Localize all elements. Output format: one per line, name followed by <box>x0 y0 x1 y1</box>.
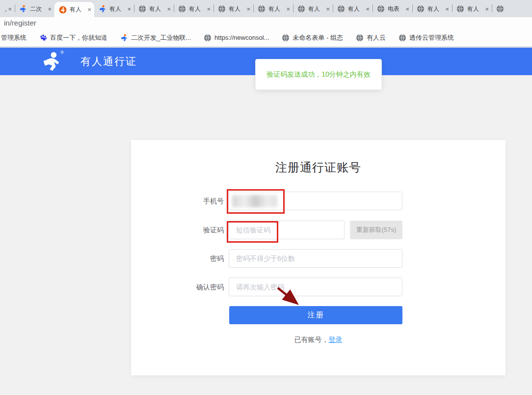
tab-close-icon[interactable]: × <box>405 6 409 12</box>
usr-orange-favicon <box>59 6 67 14</box>
browser-tab[interactable]: 有人 × <box>94 0 134 17</box>
bookmarks-bar: 管理系统 百度一下，你就知道 二次开发_工业物联... https://newc… <box>0 28 532 47</box>
tab-label: 有人 <box>109 5 126 13</box>
register-card: 注册通行证账号 手机号 验证码 重新获取(57s) 密码 确认密码 注册 已有账… <box>131 140 505 375</box>
tab-label: 有人 <box>348 5 364 13</box>
tab-close-icon[interactable]: × <box>366 6 370 12</box>
tab-close-icon[interactable]: × <box>48 6 52 12</box>
globe-icon <box>356 34 364 42</box>
globe-icon <box>377 5 385 13</box>
tab-label: 有人 <box>229 5 245 13</box>
password-label: 密码 <box>131 249 224 268</box>
globe-icon <box>496 5 504 13</box>
tab-label: 二次 <box>30 5 46 13</box>
globe-icon <box>258 5 266 13</box>
browser-tab[interactable]: 有人 × <box>134 0 174 17</box>
confirm-password-input[interactable] <box>229 278 402 296</box>
tab-close-icon[interactable]: × <box>167 6 171 12</box>
usr-person-icon <box>19 5 27 13</box>
register-button[interactable]: 注册 <box>229 306 402 324</box>
bookmark-label: 未命名表单 - 组态 <box>293 33 343 42</box>
login-link[interactable]: 登录 <box>329 336 343 343</box>
globe-icon <box>282 34 290 42</box>
bookmark-item[interactable]: 有人云 <box>356 33 386 42</box>
tab-label: 人 <box>5 5 6 13</box>
browser-tab-active[interactable]: 有人 × <box>54 2 94 17</box>
bookmark-item[interactable]: 未命名表单 - 组态 <box>282 33 343 42</box>
tab-label: 有人 <box>149 5 165 13</box>
tab-close-icon[interactable]: × <box>286 6 290 12</box>
page-title: 注册通行证账号 <box>131 160 505 175</box>
browser-tab[interactable]: 有人 × <box>452 0 492 17</box>
bookmark-item[interactable]: https://newconsol... <box>204 34 269 42</box>
bookmark-label: 管理系统 <box>1 33 27 42</box>
browser-tab[interactable]: 有人 × <box>174 0 213 17</box>
address-bar-row: in/register <box>0 17 532 28</box>
tab-close-icon[interactable]: × <box>246 6 250 12</box>
tab-close-icon[interactable]: × <box>485 6 489 12</box>
tab-label: 有人 <box>268 5 285 13</box>
tab-close-icon[interactable]: × <box>8 6 12 12</box>
browser-tab[interactable] <box>492 0 532 17</box>
resend-code-button[interactable]: 重新获取(57s) <box>350 221 402 239</box>
bookmark-label: 有人云 <box>367 33 386 42</box>
browser-tab[interactable]: 有人 × <box>213 0 253 17</box>
browser-tab[interactable]: 有人 × <box>333 0 372 17</box>
bookmark-label: 透传云管理系统 <box>409 33 454 42</box>
bookmark-item[interactable]: 管理系统 <box>1 33 27 42</box>
phone-label: 手机号 <box>131 192 224 210</box>
browser-tab[interactable]: 有人 × <box>293 0 333 17</box>
globe-icon <box>337 5 345 13</box>
code-input[interactable] <box>229 221 345 239</box>
site-title: 有人通行证 <box>80 55 137 68</box>
bookmark-label: 二次开发_工业物联... <box>131 33 191 42</box>
globe-icon <box>399 34 406 42</box>
code-label: 验证码 <box>131 221 224 239</box>
bookmark-label: https://newconsol... <box>214 34 269 41</box>
globe-icon <box>417 5 425 13</box>
tab-label: 电表 <box>388 5 404 13</box>
login-hint-text: 已有账号， <box>294 336 329 343</box>
browser-tab-strip: 人 × 二次 × 有人 × 有人 × 有人 × 有人 × 有人 × 有人 × 有… <box>0 0 532 17</box>
browser-tab[interactable]: 二次 × <box>15 0 54 17</box>
globe-icon <box>138 5 146 13</box>
tab-label: 有人 <box>70 5 86 14</box>
bookmark-label: 百度一下，你就知道 <box>50 33 107 42</box>
confirm-password-label: 确认密码 <box>131 278 224 296</box>
toast-message: 验证码发送成功，10分钟之内有效 <box>255 59 382 90</box>
usr-person-icon <box>120 34 128 42</box>
tab-close-icon[interactable]: × <box>207 6 211 12</box>
tab-close-icon[interactable]: × <box>326 6 330 12</box>
bookmark-item[interactable]: 百度一下，你就知道 <box>39 33 107 42</box>
globe-icon <box>178 5 186 13</box>
bookmark-item[interactable]: 透传云管理系统 <box>399 33 454 42</box>
browser-tab[interactable]: 有人 × <box>253 0 293 17</box>
globe-icon <box>297 5 305 13</box>
baidu-icon <box>39 34 47 42</box>
browser-tab[interactable]: 有人 × <box>412 0 452 17</box>
password-input[interactable] <box>229 249 402 268</box>
tab-label: 有人 <box>189 5 205 13</box>
usr-person-icon <box>99 5 106 13</box>
bookmark-item[interactable]: 二次开发_工业物联... <box>120 33 191 42</box>
globe-icon <box>204 34 212 42</box>
redacted-phone-value <box>232 195 277 207</box>
browser-tab[interactable]: 电表 × <box>372 0 412 17</box>
url-text[interactable]: in/register <box>4 19 36 27</box>
tab-close-icon[interactable]: × <box>87 6 91 13</box>
login-hint-line: 已有账号，登录 <box>131 336 505 344</box>
tab-label: 有人 <box>467 5 483 13</box>
registered-mark: ® <box>60 50 64 55</box>
tab-label: 有人 <box>308 5 324 13</box>
toast-text: 验证码发送成功，10分钟之内有效 <box>266 70 371 79</box>
tab-close-icon[interactable]: × <box>127 6 131 12</box>
globe-icon <box>218 5 226 13</box>
tab-label: 有人 <box>427 5 444 13</box>
globe-icon <box>456 5 464 13</box>
usr-logo-icon: ® <box>41 51 62 72</box>
browser-tab[interactable]: 人 × <box>0 0 15 17</box>
tab-close-icon[interactable]: × <box>445 6 449 12</box>
